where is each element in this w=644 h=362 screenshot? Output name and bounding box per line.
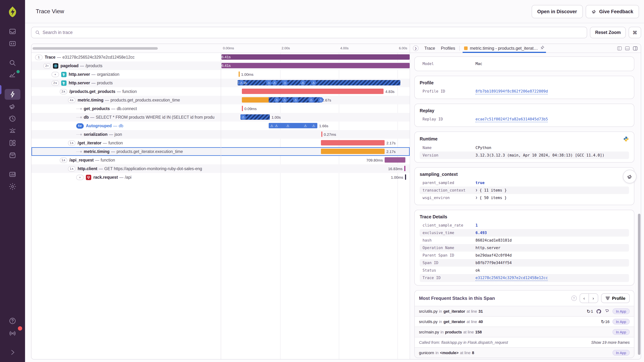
error-warning-icon[interactable]: ⚠	[318, 97, 324, 103]
span-children-badge[interactable]: 5∨	[76, 123, 84, 129]
span-tree-cell[interactable]: 2+pageload—/products	[32, 61, 221, 70]
search-input[interactable]	[42, 30, 583, 35]
pane-divider[interactable]	[221, 44, 221, 359]
span-row[interactable]: 1∧http.client—GET https://application-mo…	[32, 164, 410, 173]
span-children-badge[interactable]: 2+	[43, 63, 51, 68]
collapse-panel-icon[interactable]: ❯	[413, 45, 418, 51]
span-duration-bar[interactable]	[384, 157, 405, 163]
span-row[interactable]: +rack.request—/api1.00ms	[32, 173, 410, 181]
span-tree-cell[interactable]: +http.server—organization	[32, 70, 221, 79]
scrollbar-thumb[interactable]	[638, 214, 640, 355]
repository-link-icon[interactable]	[604, 309, 610, 314]
span-bar-cell[interactable]: 4.83s	[221, 87, 410, 96]
error-warning-icon[interactable]: ⚠	[308, 97, 314, 103]
in-app-badge[interactable]: In App	[612, 350, 630, 356]
show-more-frames-link[interactable]: Show 19 more frames	[591, 340, 630, 345]
expand-chevron-icon[interactable]: ❯	[476, 195, 478, 200]
span-tree-cell[interactable]: 2∧/products.get_products—function	[32, 87, 221, 96]
performance-icon[interactable]	[5, 89, 20, 100]
tab-trace[interactable]: Trace	[422, 46, 438, 51]
layout-bottom-icon[interactable]	[625, 46, 630, 51]
span-tree-cell[interactable]: 1∧/api_request—function	[32, 156, 221, 164]
span-bar-cell[interactable]: 0.09ms	[221, 104, 410, 113]
projects-icon[interactable]	[5, 38, 20, 49]
span-bar-cell[interactable]: 6.41s	[221, 53, 410, 61]
span-duration-bar[interactable]: ⚠⚠⚠⚠⚠	[242, 97, 320, 103]
tab-span-detail[interactable]: metric.timing - products.get_iterat…	[461, 44, 548, 52]
tab-profiles[interactable]: Profiles	[438, 46, 458, 51]
span-bar-cell[interactable]: 2.17s	[221, 147, 410, 156]
error-warning-icon[interactable]: ⚠	[274, 97, 280, 103]
span-children-badge[interactable]: +	[76, 175, 84, 180]
error-warning-icon[interactable]: ⚠	[274, 123, 279, 128]
give-feedback-button[interactable]: Give Feedback	[586, 5, 639, 18]
span-children-badge[interactable]: 4∧	[68, 97, 76, 103]
span-bar-cell[interactable]: 709.80ms	[221, 156, 410, 164]
span-bar-cell[interactable]: 6.41s	[221, 61, 410, 70]
stack-frame-row[interactable]: src/main.pyinproductsat line158In App	[415, 327, 634, 337]
span-bar-cell[interactable]: 0.27ms	[221, 130, 410, 139]
span-children-badge[interactable]: 1∧	[60, 158, 67, 163]
span-duration-bar[interactable]: 6.41s	[222, 63, 410, 68]
span-duration-bar[interactable]: ⚠	[240, 114, 270, 120]
span-row[interactable]: get_products—db.connect0.09ms	[32, 104, 410, 113]
in-app-badge[interactable]: In App	[612, 319, 630, 325]
span-duration-bar[interactable]	[321, 149, 384, 154]
kv-value[interactable]: 8fb7bb1891994f8c862f206e8722009d	[476, 89, 548, 94]
span-tree-cell[interactable]: 4∧metric.timing—products.get_products.ex…	[32, 96, 221, 104]
span-tree-cell[interactable]: 2∨http.server—products	[32, 79, 221, 87]
span-children-badge[interactable]: 1	[35, 54, 42, 60]
span-children-badge[interactable]: 2∨	[52, 80, 59, 86]
replays-icon[interactable]	[5, 113, 20, 124]
help-icon[interactable]: ?	[571, 296, 576, 301]
span-row[interactable]: 4∧metric.timing—products.get_products.ex…	[32, 96, 410, 104]
span-children-badge[interactable]: +	[52, 72, 59, 77]
span-bar-cell[interactable]: ⚠⚠⚠⚠⚠1.66s	[221, 122, 410, 130]
search-icon[interactable]	[5, 57, 20, 68]
span-children-badge[interactable]: 1∧	[68, 166, 76, 171]
scrollbar-track[interactable]	[638, 55, 640, 357]
expand-chevron-icon[interactable]: ❯	[476, 187, 478, 193]
stats-icon[interactable]	[5, 70, 20, 80]
span-tree-cell[interactable]: get_products—db.connect	[32, 104, 221, 113]
span-bar-cell[interactable]: ⚠⚠⚠⚠⚠⚠5.55s	[221, 79, 410, 87]
reset-zoom-button[interactable]: Reset Zoom	[590, 27, 626, 38]
span-row[interactable]: serialization—json0.27ms	[32, 130, 410, 139]
collapse-sidebar-icon[interactable]	[5, 347, 20, 358]
github-icon[interactable]	[596, 309, 601, 314]
span-bar-cell[interactable]: ⚠⚠⚠⚠⚠2.67s	[221, 96, 410, 104]
minimap-scrollbar[interactable]	[32, 47, 158, 50]
error-warning-icon[interactable]: ⚠	[303, 123, 308, 128]
error-warning-icon[interactable]: ⚠	[311, 123, 316, 128]
error-warning-icon[interactable]: ⚠	[311, 80, 316, 85]
span-children-badge[interactable]: 2∧	[60, 89, 67, 94]
error-warning-icon[interactable]: ⚠	[285, 123, 290, 128]
error-warning-icon[interactable]: ⚠	[239, 80, 244, 85]
sentry-logo[interactable]	[5, 4, 20, 20]
span-tree-cell[interactable]: 1∧/get_iterator—function	[32, 139, 221, 147]
kv-value[interactable]: e31278c256524c3297e2cd12458e12cc	[476, 275, 548, 281]
span-bar-cell[interactable]: 2.17s	[221, 139, 410, 147]
error-warning-icon[interactable]: ⚠	[240, 114, 246, 120]
profile-button[interactable]: Profile	[601, 293, 630, 303]
span-tree-cell[interactable]: 5∨Autogrouped—db	[32, 122, 221, 130]
kv-value[interactable]: ecae7c51f0024f2fa82e6314045d73b5	[476, 117, 548, 122]
in-app-badge[interactable]: In App	[612, 329, 630, 335]
span-duration-bar[interactable]	[321, 140, 384, 146]
stack-frame-row[interactable]: Called from: flask/app.py in Flask.dispa…	[415, 337, 634, 347]
span-row[interactable]: 1∧/get_iterator—function2.17s	[32, 139, 410, 147]
next-button[interactable]: ›	[589, 294, 598, 303]
span-duration-bar[interactable]: 6.41s	[222, 54, 410, 60]
feedback-float-button[interactable]	[623, 170, 636, 183]
span-children-badge[interactable]: 1∧	[68, 140, 76, 146]
span-duration-bar[interactable]	[242, 89, 384, 94]
span-tree-cell[interactable]: +rack.request—/api	[32, 173, 221, 181]
span-row[interactable]: db—SELECT * FROM products WHERE id IN (S…	[32, 113, 410, 122]
error-warning-icon[interactable]: ⚠	[293, 97, 298, 103]
stack-frame-row[interactable]: src/utils.pyinget_iteratorat line31↻1In …	[415, 306, 634, 316]
span-row[interactable]: metric.timing—products.get_iterator.exec…	[32, 147, 410, 156]
span-row[interactable]: 1Trace—e31278c256524c3297e2cd12458e12cc6…	[32, 53, 410, 61]
megaphone-icon[interactable]	[5, 101, 20, 112]
stack-frame-row[interactable]: gunicornin<module>at line8In App	[415, 347, 634, 358]
span-tree-cell[interactable]: 1Trace—e31278c256524c3297e2cd12458e12cc	[32, 53, 221, 61]
